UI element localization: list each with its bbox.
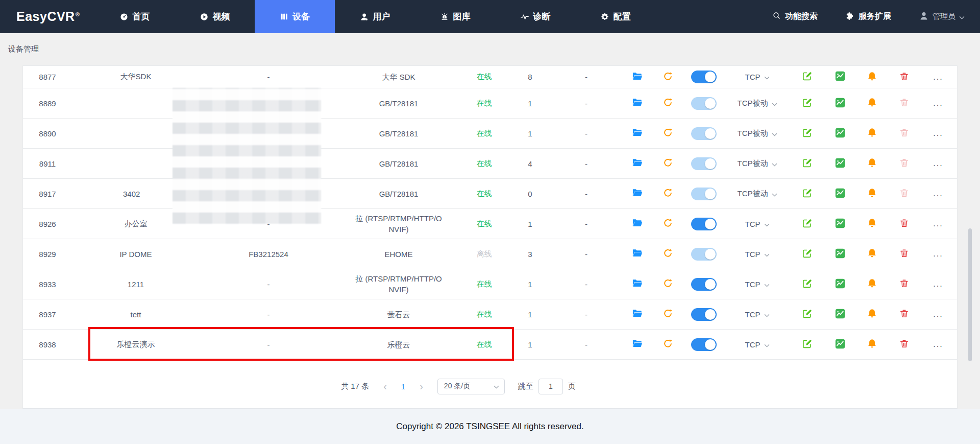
more-button[interactable]: ... (933, 129, 943, 138)
enable-toggle[interactable] (691, 248, 717, 261)
channel-folder-button[interactable] (621, 157, 654, 170)
channel-folder-button[interactable] (621, 97, 654, 110)
snapshot-chart-button[interactable] (825, 278, 855, 291)
enable-toggle[interactable] (691, 71, 717, 83)
edit-button[interactable] (789, 218, 825, 230)
edit-button[interactable] (789, 97, 825, 110)
enable-toggle[interactable] (691, 188, 717, 200)
function-search-button[interactable]: 功能搜索 (772, 11, 818, 22)
delete-button[interactable] (889, 127, 919, 139)
channel-folder-button[interactable] (621, 338, 654, 351)
enable-toggle[interactable] (691, 338, 717, 351)
stream-type-select[interactable]: TCP被动 (738, 159, 777, 169)
more-button[interactable]: ... (933, 99, 943, 108)
delete-button[interactable] (889, 338, 919, 350)
delete-button[interactable] (889, 188, 919, 200)
vertical-scrollbar-thumb[interactable] (968, 228, 972, 361)
nav-item-home[interactable]: 首页 (94, 0, 175, 33)
edit-button[interactable] (789, 248, 825, 261)
alarm-bell-button[interactable] (855, 71, 889, 83)
enable-toggle[interactable] (691, 308, 717, 321)
more-button[interactable]: ... (933, 189, 943, 198)
edit-button[interactable] (789, 127, 825, 140)
refresh-button[interactable] (654, 157, 682, 170)
snapshot-chart-button[interactable] (825, 188, 855, 200)
channel-folder-button[interactable] (621, 187, 654, 200)
channel-folder-button[interactable] (621, 217, 654, 230)
stream-type-select[interactable]: TCP被动 (738, 189, 777, 199)
prev-page-button[interactable]: ‹ (382, 381, 388, 391)
channel-folder-button[interactable] (621, 277, 654, 291)
alarm-bell-button[interactable] (855, 188, 889, 200)
nav-item-config[interactable]: 配置 (575, 0, 655, 33)
page-number-1[interactable]: 1 (401, 382, 405, 391)
stream-type-select[interactable]: TCP (745, 280, 770, 289)
jump-page-input[interactable] (538, 379, 563, 394)
more-button[interactable]: ... (933, 310, 943, 319)
refresh-button[interactable] (654, 338, 682, 350)
snapshot-chart-button[interactable] (825, 338, 855, 351)
refresh-button[interactable] (654, 97, 682, 109)
delete-button[interactable] (889, 71, 919, 83)
alarm-bell-button[interactable] (855, 278, 889, 290)
stream-type-select[interactable]: TCP (745, 73, 770, 81)
more-button[interactable]: ... (933, 73, 943, 82)
service-extension-button[interactable]: 服务扩展 (845, 11, 891, 22)
delete-button[interactable] (889, 248, 919, 260)
app-logo[interactable]: EasyCVR® (0, 0, 94, 33)
enable-toggle[interactable] (691, 218, 717, 230)
channel-folder-button[interactable] (621, 127, 654, 140)
alarm-bell-button[interactable] (855, 127, 889, 139)
delete-button[interactable] (889, 97, 919, 109)
alarm-bell-button[interactable] (855, 248, 889, 260)
refresh-button[interactable] (654, 71, 682, 83)
stream-type-select[interactable]: TCP (745, 340, 770, 349)
enable-toggle[interactable] (691, 278, 717, 291)
edit-button[interactable] (789, 278, 825, 291)
nav-item-gallery[interactable]: 图库 (415, 0, 495, 33)
edit-button[interactable] (789, 188, 825, 200)
edit-button[interactable] (789, 71, 825, 83)
refresh-button[interactable] (654, 248, 682, 260)
edit-button[interactable] (789, 157, 825, 170)
nav-item-user[interactable]: 用户 (335, 0, 415, 33)
user-menu[interactable]: 管理员 (919, 11, 965, 22)
refresh-button[interactable] (654, 278, 682, 290)
stream-type-select[interactable]: TCP (745, 220, 770, 228)
alarm-bell-button[interactable] (855, 97, 889, 109)
snapshot-chart-button[interactable] (825, 71, 855, 83)
more-button[interactable]: ... (933, 279, 943, 289)
delete-button[interactable] (889, 278, 919, 290)
alarm-bell-button[interactable] (855, 308, 889, 320)
enable-toggle[interactable] (691, 157, 717, 170)
alarm-bell-button[interactable] (855, 157, 889, 170)
nav-item-device[interactable]: 设备 (255, 0, 335, 33)
more-button[interactable]: ... (933, 340, 943, 349)
stream-type-select[interactable]: TCP (745, 310, 770, 319)
delete-button[interactable] (889, 218, 919, 230)
alarm-bell-button[interactable] (855, 218, 889, 230)
delete-button[interactable] (889, 157, 919, 170)
edit-button[interactable] (789, 338, 825, 351)
enable-toggle[interactable] (691, 97, 717, 110)
page-size-select[interactable]: 20 条/页 (437, 379, 505, 394)
next-page-button[interactable]: › (419, 381, 424, 391)
enable-toggle[interactable] (691, 127, 717, 140)
snapshot-chart-button[interactable] (825, 127, 855, 140)
stream-type-select[interactable]: TCP被动 (738, 99, 777, 108)
stream-type-select[interactable]: TCP被动 (738, 129, 777, 138)
nav-item-video[interactable]: 视频 (175, 0, 255, 33)
channel-folder-button[interactable] (621, 308, 654, 321)
refresh-button[interactable] (654, 308, 682, 320)
stream-type-select[interactable]: TCP (745, 250, 770, 259)
edit-button[interactable] (789, 308, 825, 321)
snapshot-chart-button[interactable] (825, 97, 855, 110)
refresh-button[interactable] (654, 218, 682, 230)
more-button[interactable]: ... (933, 219, 943, 228)
snapshot-chart-button[interactable] (825, 248, 855, 261)
nav-item-diagnosis[interactable]: 诊断 (495, 0, 575, 33)
channel-folder-button[interactable] (621, 247, 654, 261)
alarm-bell-button[interactable] (855, 338, 889, 350)
refresh-button[interactable] (654, 127, 682, 139)
more-button[interactable]: ... (933, 159, 943, 168)
